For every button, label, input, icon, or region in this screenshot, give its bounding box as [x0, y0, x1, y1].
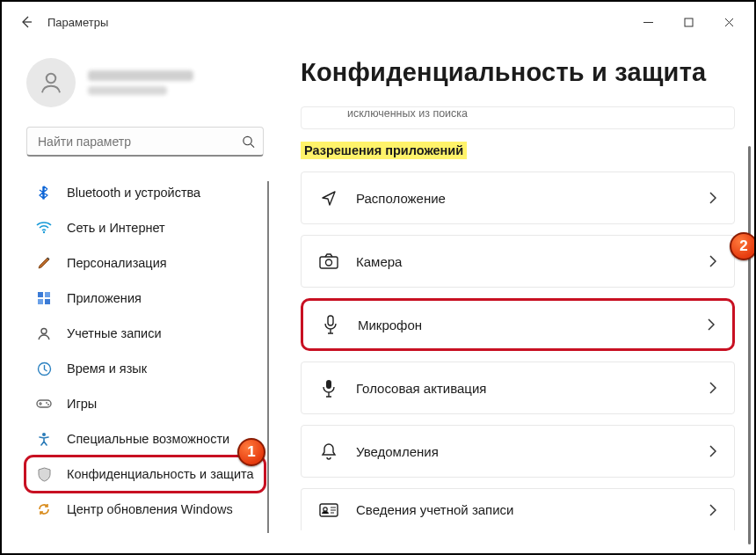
user-name-redacted — [88, 70, 193, 95]
card-notifications[interactable]: Уведомления — [301, 425, 735, 478]
card-label: Расположение — [356, 191, 446, 206]
sidebar-item-windows-update[interactable]: Центр обновления Windows — [26, 493, 264, 526]
svg-point-8 — [41, 329, 47, 334]
card-label: Микрофон — [358, 318, 422, 332]
clock-globe-icon — [35, 360, 53, 377]
sidebar-item-apps[interactable]: Приложения — [26, 281, 264, 315]
person-icon — [38, 69, 64, 96]
update-icon — [35, 500, 53, 518]
bell-icon — [319, 442, 338, 461]
svg-rect-14 — [320, 257, 338, 268]
svg-rect-5 — [45, 292, 50, 297]
sidebar-item-label: Приложения — [67, 291, 142, 305]
section-header: Разрешения приложений — [301, 142, 467, 159]
accounts-icon — [35, 325, 53, 342]
sidebar-item-label: Сеть и Интернет — [67, 221, 165, 235]
sidebar-item-label: Bluetooth и устройства — [67, 186, 200, 200]
partial-row-text: исключенных из поиска — [347, 107, 468, 120]
sidebar-item-privacy[interactable]: Конфиденциальность и защита — [26, 457, 264, 491]
partial-previous-row[interactable]: исключенных из поиска — [301, 106, 735, 129]
card-label: Камера — [356, 254, 402, 269]
microphone-icon — [321, 315, 340, 334]
svg-point-13 — [42, 433, 46, 436]
search-icon — [242, 135, 255, 149]
sidebar-item-label: Время и язык — [67, 361, 147, 376]
svg-point-2 — [244, 136, 251, 144]
window-title: Параметры — [47, 16, 108, 29]
annotation-badge-1: 1 — [237, 438, 265, 466]
svg-rect-7 — [45, 299, 50, 304]
svg-point-15 — [326, 259, 332, 266]
sidebar-item-accessibility[interactable]: Специальные возможности — [26, 422, 264, 456]
back-button[interactable] — [14, 10, 39, 34]
camera-icon — [319, 252, 338, 271]
card-account-info[interactable]: Сведения учетной записи — [301, 488, 735, 530]
gamepad-icon — [35, 395, 53, 413]
sidebar-item-bluetooth[interactable]: Bluetooth и устройства — [26, 176, 264, 209]
bluetooth-icon — [35, 184, 53, 201]
card-label: Голосовая активация — [356, 381, 486, 396]
sidebar-item-label: Конфиденциальность и защита — [67, 467, 254, 481]
close-icon — [724, 18, 734, 27]
chevron-right-icon — [709, 445, 716, 457]
sidebar-item-label: Игры — [67, 397, 97, 411]
arrow-left-icon — [19, 15, 33, 29]
user-account[interactable] — [26, 58, 264, 107]
nav-list: Bluetooth и устройства Сеть и Интернет П… — [26, 176, 264, 528]
id-card-icon — [319, 500, 338, 520]
wifi-icon — [35, 219, 53, 237]
card-voice-activation[interactable]: Голосовая активация — [301, 361, 735, 414]
sidebar-item-accounts[interactable]: Учетные записи — [26, 317, 264, 350]
sidebar-item-gaming[interactable]: Игры — [26, 387, 264, 420]
svg-rect-4 — [38, 292, 43, 297]
sidebar-item-label: Специальные возможности — [67, 432, 229, 446]
sidebar-item-network[interactable]: Сеть и Интернет — [26, 211, 264, 245]
search-input[interactable] — [26, 127, 264, 157]
svg-point-1 — [47, 74, 56, 84]
title-bar: Параметры — [2, 2, 754, 42]
svg-rect-6 — [38, 299, 43, 304]
content-pane: Конфиденциальность и защита исключенных … — [276, 42, 754, 553]
svg-point-11 — [46, 402, 47, 404]
svg-rect-16 — [328, 316, 333, 325]
minimize-icon — [643, 18, 653, 27]
sidebar: Bluetooth и устройства Сеть и Интернет П… — [2, 42, 276, 553]
chevron-right-icon — [709, 504, 716, 516]
svg-point-3 — [43, 231, 45, 233]
chevron-right-icon — [709, 382, 716, 394]
search-box[interactable] — [26, 127, 264, 157]
shield-icon — [35, 465, 53, 483]
apps-icon — [35, 289, 53, 307]
svg-point-19 — [323, 507, 327, 510]
sidebar-item-personalization[interactable]: Персонализация — [26, 246, 264, 280]
sidebar-item-label: Персонализация — [67, 256, 167, 270]
card-microphone[interactable]: Микрофон — [301, 298, 735, 351]
maximize-icon — [684, 18, 694, 27]
chevron-right-icon — [709, 192, 716, 204]
card-location[interactable]: Расположение — [301, 172, 735, 224]
maximize-button[interactable] — [668, 8, 709, 36]
content-scrollbar[interactable] — [748, 146, 751, 544]
minimize-button[interactable] — [628, 8, 668, 36]
card-label: Сведения учетной записи — [356, 502, 514, 517]
chevron-right-icon — [708, 318, 715, 331]
location-icon — [319, 188, 338, 208]
svg-rect-17 — [326, 380, 331, 389]
svg-rect-0 — [685, 18, 693, 26]
close-button[interactable] — [709, 8, 749, 36]
sidebar-item-label: Центр обновления Windows — [67, 502, 233, 516]
annotation-badge-2: 2 — [730, 232, 756, 260]
svg-point-12 — [47, 404, 49, 405]
chevron-right-icon — [709, 255, 716, 267]
accessibility-icon — [35, 430, 53, 448]
voice-activation-icon — [319, 378, 338, 398]
sidebar-scrollbar[interactable] — [267, 181, 269, 533]
sidebar-item-label: Учетные записи — [67, 326, 162, 340]
sidebar-item-time-language[interactable]: Время и язык — [26, 352, 264, 385]
paintbrush-icon — [35, 254, 53, 272]
page-title: Конфиденциальность и защита — [301, 58, 735, 87]
card-label: Уведомления — [356, 444, 439, 459]
avatar — [26, 58, 76, 107]
card-camera[interactable]: Камера — [301, 235, 735, 288]
